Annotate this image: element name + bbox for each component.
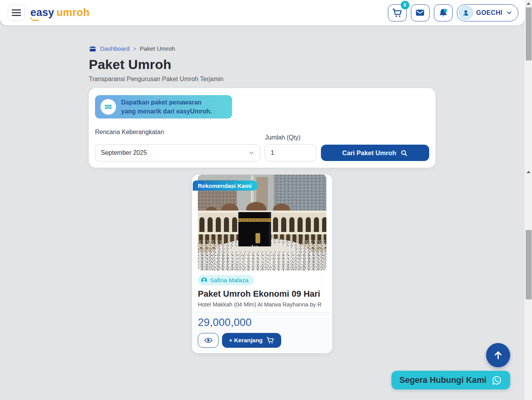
whatsapp-label: Segera Hubungi Kami (400, 375, 486, 385)
package-subtitle: Hotel Makkah (04 Mlm) Al Marwa Rayhanna … (198, 301, 326, 308)
qty-input[interactable] (265, 144, 316, 161)
search-button-label: Cari Paket Umroh (342, 149, 396, 157)
user-name: GOECHI (476, 9, 503, 16)
app-screen: easy umroh 0 (0, 0, 532, 400)
whatsapp-icon (491, 375, 502, 386)
select-chevron-icon (249, 150, 254, 156)
avatar (459, 6, 473, 19)
scrollbar-rail (525, 0, 532, 400)
page-title: Paket Umroh (89, 57, 435, 72)
breadcrumb-dashboard-link[interactable]: Dashboard (100, 45, 130, 52)
qty-label: Jumlah (Qty) (265, 134, 316, 141)
scrollbar-inner-up-arrow[interactable] (527, 171, 530, 173)
breadcrumb-separator: > (133, 46, 136, 52)
main-content: Dashboard > Paket Umroh Paket Umroh Tran… (89, 25, 435, 353)
chevron-down-icon (506, 9, 513, 16)
departure-label: Rencana Keberangkatan (95, 129, 260, 136)
hamburger-menu-button[interactable] (8, 5, 25, 21)
package-title: Paket Umroh Ekonomi 09 Hari (198, 288, 326, 299)
departure-selected-value: September 2025 (101, 149, 147, 156)
scrollbar-thumb-bottom[interactable] (526, 230, 532, 299)
ribbon-label: Rekomendasi Kami (198, 182, 252, 189)
promo-icon-circle (100, 99, 116, 115)
whatsapp-contact-button[interactable]: Segera Hubungi Kami (391, 371, 510, 389)
eye-icon (204, 336, 213, 345)
scroll-to-top-button[interactable] (486, 343, 510, 367)
vendor-user-icon (201, 277, 208, 284)
logo-smile-icon (31, 17, 40, 21)
package-card-footer: 29,000,000 + Keranjang (192, 312, 332, 353)
scrollbar-thumb-top[interactable] (526, 7, 532, 60)
departure-select[interactable]: September 2025 (95, 144, 260, 161)
search-panel: Dapatkan paket penawaran yang menarik da… (89, 88, 435, 168)
view-package-button[interactable] (198, 333, 218, 348)
vendor-name: Safina Mafaza (210, 277, 248, 284)
header-actions: 0 (388, 4, 519, 21)
kaaba-icon (89, 45, 97, 53)
cart-count-badge: 0 (401, 1, 409, 9)
user-menu-button[interactable]: GOECHI (457, 4, 519, 21)
qty-field: Jumlah (Qty) (265, 134, 316, 161)
scrollbar-up-arrow[interactable] (527, 2, 530, 5)
package-card-body: Safina Mafaza Paket Umroh Ekonomi 09 Har… (192, 271, 332, 312)
envelope-icon (415, 8, 425, 18)
cart-button[interactable]: 0 (388, 4, 407, 21)
add-to-cart-button[interactable]: + Keranjang (222, 333, 281, 348)
add-to-cart-label: + Keranjang (229, 337, 262, 343)
vendor-badge: Safina Mafaza (198, 275, 254, 285)
logo-text-umroh: umroh (56, 7, 90, 19)
promo-text: Dapatkan paket penawaran yang menarik da… (121, 98, 212, 116)
promo-line1: Dapatkan paket penawaran (121, 98, 212, 107)
search-form: Rencana Keberangkatan September 2025 Jum… (95, 129, 429, 161)
ticket-icon (104, 103, 113, 111)
bell-icon (438, 8, 448, 18)
breadcrumb-current: Paket Umroh (140, 45, 175, 52)
messages-button[interactable] (411, 4, 430, 21)
departure-field: Rencana Keberangkatan September 2025 (95, 129, 260, 161)
promo-banner: Dapatkan paket penawaran yang menarik da… (95, 95, 232, 119)
header: easy umroh 0 (0, 0, 525, 25)
promo-line2: yang menarik dari easyUmroh. (121, 107, 212, 116)
search-icon (400, 149, 408, 157)
package-card[interactable]: Rekomendasi Kami (192, 175, 332, 353)
search-packages-button[interactable]: Cari Paket Umroh (321, 145, 429, 161)
notifications-button[interactable] (434, 4, 453, 21)
breadcrumb: Dashboard > Paket Umroh (89, 25, 435, 53)
package-actions: + Keranjang (198, 333, 326, 348)
user-icon (462, 9, 470, 17)
app-logo: easy umroh (30, 7, 90, 19)
cart-icon (392, 8, 402, 18)
page-subtitle: Transparansi Pengurusan Paket Umroh Terj… (89, 76, 435, 83)
package-price: 29,000,000 (198, 317, 326, 329)
recommendation-ribbon: Rekomendasi Kami (193, 181, 258, 191)
cart-small-icon (266, 336, 274, 344)
arrow-up-icon (493, 350, 504, 361)
